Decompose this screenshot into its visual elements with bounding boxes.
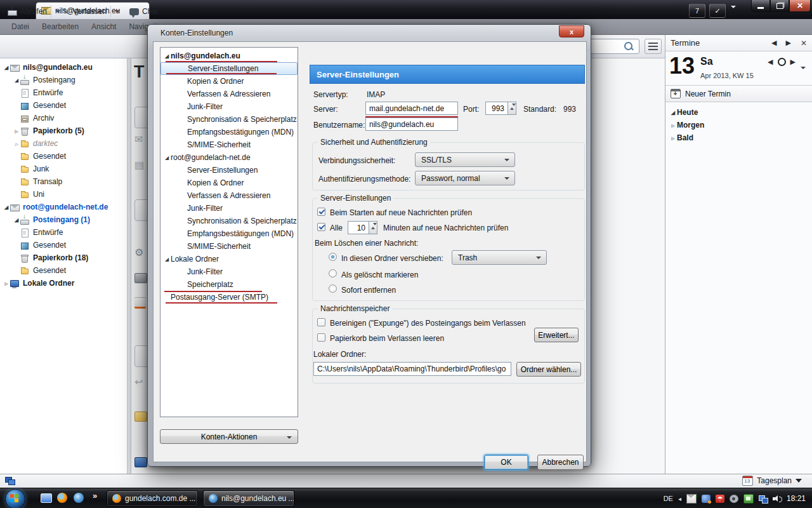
tray-mail-icon[interactable]: [686, 494, 697, 504]
settings-tree-row[interactable]: Junk-Filter: [160, 265, 298, 278]
settings-tree-row[interactable]: Verfassen & Adressieren: [160, 88, 298, 100]
taskbar-app-button[interactable]: gundelach.com.de ...: [107, 490, 198, 507]
move-to-folder-radio[interactable]: [329, 253, 337, 261]
settings-tree-row[interactable]: Speicherplatz: [160, 278, 298, 291]
twisty-icon[interactable]: [13, 124, 20, 138]
compose-button[interactable]: ✎ Verfassen: [58, 3, 124, 20]
folder-row[interactable]: Posteingang (1): [0, 213, 127, 226]
local-dir-input[interactable]: C:\Users\nils\AppData\Roaming\Thunderbir…: [313, 362, 511, 376]
online-status-icon[interactable]: [5, 477, 15, 485]
twisty-icon[interactable]: [669, 119, 677, 132]
tray-power-icon[interactable]: [743, 494, 754, 504]
settings-tree-row[interactable]: Synchronisation & Speicherplatz: [160, 215, 298, 227]
expunge-checkbox[interactable]: [317, 318, 325, 326]
minimize-button[interactable]: [751, 0, 770, 12]
mark-deleted-radio[interactable]: [329, 269, 337, 277]
tray-volume-icon[interactable]: [773, 495, 782, 503]
settings-tree-row[interactable]: Empfangsbestätigungen (MDN): [160, 227, 298, 240]
tray-antivirus-icon[interactable]: [716, 495, 724, 503]
pane-splitter[interactable]: [127, 58, 131, 474]
server-input[interactable]: mail.gundelach-net.de: [365, 102, 458, 115]
twisty-icon[interactable]: [669, 131, 677, 145]
folder-row[interactable]: Papierkorb (18): [0, 251, 127, 264]
tray-updater-icon[interactable]: [702, 495, 710, 503]
dialog-close-button[interactable]: x: [559, 25, 584, 37]
folder-row[interactable]: Gesendet: [0, 150, 127, 163]
language-indicator[interactable]: DE: [664, 495, 673, 502]
cancel-button[interactable]: Abbrechen: [537, 455, 584, 470]
prev-day-button[interactable]: ◀: [767, 39, 781, 47]
tray-expand-chevron[interactable]: ◂: [678, 495, 681, 502]
tray-webcam-icon[interactable]: [730, 495, 738, 503]
folder-row[interactable]: Gesendet: [0, 264, 127, 277]
prev-date-button[interactable]: ◀: [768, 58, 773, 66]
menu-item[interactable]: Ansicht: [85, 19, 122, 34]
folder-row[interactable]: Lokale Ordner: [0, 277, 127, 290]
next-date-button[interactable]: ▶: [790, 58, 796, 66]
folder-row[interactable]: Archiv: [0, 112, 127, 124]
port-input[interactable]: 993: [485, 102, 508, 115]
empty-trash-checkbox[interactable]: [317, 333, 325, 342]
today-dot-button[interactable]: [778, 58, 786, 66]
folder-row[interactable]: Junk: [0, 163, 127, 175]
settings-tree-row[interactable]: Lokale Ordner: [160, 253, 298, 265]
today-section-row[interactable]: Heute: [665, 106, 812, 119]
next-day-button[interactable]: ▶: [781, 39, 795, 47]
folder-row[interactable]: root@gundelach-net.de: [0, 201, 127, 213]
twisty-icon[interactable]: [13, 73, 20, 87]
settings-tree-row[interactable]: Empfangsbestätigungen (MDN): [160, 126, 298, 138]
check-on-startup-checkbox[interactable]: [317, 208, 325, 216]
folder-row[interactable]: Posteingang: [0, 74, 127, 86]
auth-method-select[interactable]: Passwort, normal: [415, 171, 515, 185]
folder-row[interactable]: Entwürfe: [0, 86, 127, 99]
folder-row[interactable]: Transalp: [0, 175, 127, 188]
twisty-icon[interactable]: [13, 213, 20, 227]
twisty-icon[interactable]: [669, 105, 677, 119]
remove-immediately-radio[interactable]: [329, 284, 337, 293]
taskbar-clock[interactable]: 18:21: [787, 494, 806, 503]
today-plan-button[interactable]: Tagesplan: [742, 476, 802, 486]
today-section-row[interactable]: Morgen: [665, 119, 812, 131]
settings-tree-row[interactable]: Synchronisation & Speicherplatz: [160, 113, 298, 126]
folder-row[interactable]: Gesendet: [0, 239, 127, 251]
taskbar-app-button[interactable]: nils@gundelach.eu ...: [203, 490, 294, 507]
folder-row[interactable]: Gesendet: [0, 99, 127, 112]
search-icon[interactable]: [624, 42, 632, 50]
folder-row[interactable]: Entwürfe: [0, 226, 127, 239]
twisty-icon[interactable]: [3, 200, 10, 214]
check-interval-checkbox[interactable]: [317, 223, 325, 231]
compose-dropdown-icon[interactable]: [115, 10, 120, 13]
get-mail-button[interactable]: Abrufen: [4, 3, 64, 20]
today-section-row[interactable]: Bald: [665, 131, 812, 144]
tasks-tab-button[interactable]: ✓: [709, 4, 726, 18]
choose-folder-button[interactable]: Ordner wählen...: [516, 362, 581, 377]
settings-tree-row[interactable]: Verfassen & Adressieren: [160, 189, 298, 202]
twisty-icon[interactable]: [3, 277, 10, 290]
settings-tree-row[interactable]: Junk-Filter: [160, 100, 298, 113]
twisty-icon[interactable]: [163, 252, 171, 266]
menu-item[interactable]: Datei: [5, 19, 36, 34]
app-menu-button[interactable]: [645, 39, 662, 54]
twisty-icon[interactable]: [163, 150, 171, 164]
firefox-quicklaunch-icon[interactable]: [57, 493, 67, 503]
connection-security-select[interactable]: SSL/TLS: [415, 152, 515, 167]
settings-tree-row[interactable]: root@gundelach-net.de: [160, 151, 298, 164]
ok-button[interactable]: OK: [484, 455, 528, 470]
interval-input[interactable]: 10: [348, 221, 369, 234]
maximize-button[interactable]: [770, 0, 789, 12]
twisty-icon[interactable]: [13, 137, 20, 150]
show-desktop-icon[interactable]: [41, 493, 52, 503]
new-event-button[interactable]: Neuer Termin: [665, 86, 812, 102]
settings-tree-row[interactable]: nils@gundelach.eu: [160, 50, 298, 62]
close-today-pane-button[interactable]: ✕: [796, 39, 807, 48]
settings-tree-row[interactable]: Server-Einstellungen: [160, 164, 298, 177]
date-dropdown-icon[interactable]: [801, 69, 806, 78]
settings-tree-row[interactable]: Junk-Filter: [160, 202, 298, 215]
folder-row[interactable]: Papierkorb (5): [0, 124, 127, 137]
account-actions-button[interactable]: Konten-Aktionen: [160, 429, 298, 444]
quicklaunch-overflow-chevron[interactable]: »: [93, 491, 97, 500]
menu-item[interactable]: Bearbeiten: [36, 19, 85, 34]
interval-spinner[interactable]: [369, 221, 377, 234]
username-input[interactable]: nils@gundelach.eu: [365, 117, 458, 131]
folder-row[interactable]: nils@gundelach.eu: [0, 61, 127, 74]
